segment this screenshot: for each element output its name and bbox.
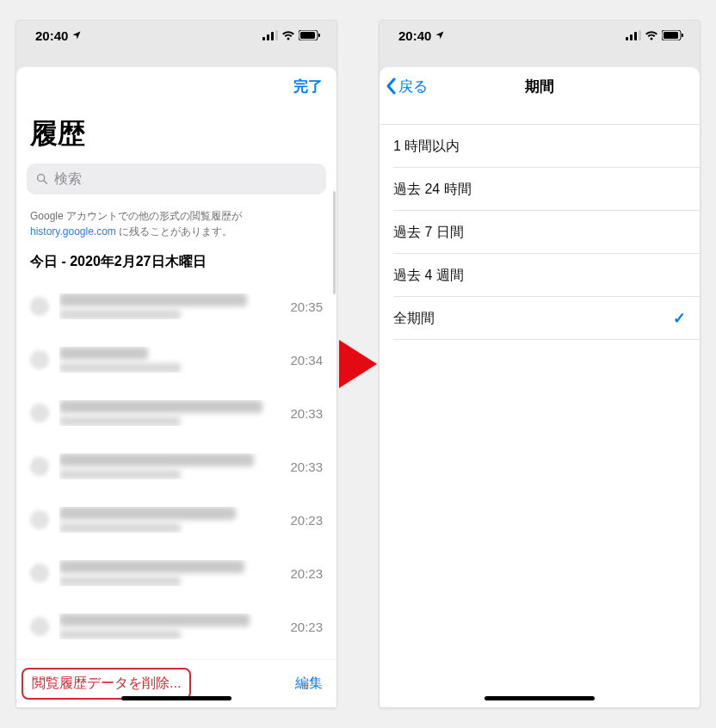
- search-input[interactable]: 検索: [27, 163, 326, 194]
- page-title: 履歴: [16, 105, 336, 160]
- history-item-title: [59, 507, 236, 520]
- history-item-time: 20:35: [290, 299, 323, 314]
- status-time: 20:40: [398, 28, 431, 43]
- history-item[interactable]: 20:23: [16, 600, 336, 653]
- back-button[interactable]: 戻る: [385, 67, 428, 105]
- history-item-title: [59, 293, 247, 306]
- clear-browsing-data-button[interactable]: 閲覧履歴データを削除...: [22, 668, 191, 700]
- svg-rect-0: [262, 37, 265, 40]
- history-sheet: 完了 履歴 検索 Google アカウントでの他の形式の閲覧履歴が histor…: [16, 67, 336, 707]
- account-history-info: Google アカウントでの他の形式の閲覧履歴が history.google.…: [16, 203, 336, 248]
- history-item-time: 20:33: [290, 460, 323, 474]
- option-label: 1 時間以内: [393, 138, 460, 156]
- svg-rect-6: [318, 34, 320, 37]
- sheet-topbar: 完了: [16, 67, 336, 105]
- option-label: 過去 7 日間: [393, 224, 464, 242]
- battery-icon: [662, 30, 684, 40]
- favicon: [30, 510, 49, 529]
- nav-title: 期間: [525, 77, 554, 96]
- svg-marker-9: [339, 340, 377, 388]
- history-item-title: [59, 614, 250, 626]
- edit-button[interactable]: 編集: [295, 675, 323, 693]
- history-item-url: [59, 416, 181, 426]
- time-range-option[interactable]: 過去 24 時間: [380, 168, 700, 211]
- history-item-text: [59, 560, 280, 586]
- history-item-text: [59, 614, 280, 639]
- history-item[interactable]: 20:23: [16, 546, 336, 600]
- history-item[interactable]: 20:33: [16, 440, 336, 493]
- svg-rect-10: [626, 37, 628, 40]
- signal-icon: [262, 30, 278, 40]
- svg-point-7: [38, 175, 45, 182]
- wifi-icon: [281, 30, 295, 40]
- history-list: 20:3520:3420:3320:3320:2320:2320:23: [16, 280, 336, 659]
- history-item-url: [59, 630, 181, 639]
- history-item-text: [59, 453, 280, 479]
- svg-rect-13: [639, 30, 641, 40]
- check-icon: ✓: [673, 309, 686, 328]
- history-item[interactable]: 20:35: [16, 280, 336, 333]
- history-item-time: 20:23: [290, 566, 323, 581]
- time-range-option[interactable]: 1 時間以内: [380, 125, 700, 168]
- history-item-time: 20:34: [290, 353, 323, 367]
- option-label: 過去 24 時間: [393, 181, 472, 199]
- time-range-option[interactable]: 過去 7 日間: [380, 211, 700, 254]
- history-item-url: [59, 577, 181, 586]
- svg-rect-11: [630, 34, 633, 40]
- favicon: [30, 617, 49, 636]
- location-icon: [435, 30, 445, 40]
- history-item-url: [59, 310, 181, 319]
- timerange-sheet: 戻る 期間 1 時間以内過去 24 時間過去 7 日間過去 4 週間全期間✓: [380, 67, 700, 707]
- favicon: [30, 297, 49, 316]
- phone-left-history: 20:40 完了 履歴 検索 Google アカウントでの他の形式の閲覧履歴が: [15, 20, 337, 708]
- nav-bar: 戻る 期間: [380, 67, 700, 105]
- history-item-text: [59, 400, 280, 426]
- wifi-icon: [645, 30, 658, 40]
- history-item-url: [59, 470, 181, 479]
- favicon: [30, 564, 49, 583]
- history-item-title: [59, 453, 254, 466]
- signal-icon: [626, 30, 641, 40]
- favicon: [30, 457, 49, 476]
- time-range-option[interactable]: 過去 4 週間: [380, 254, 700, 297]
- svg-rect-12: [634, 32, 637, 40]
- svg-rect-3: [275, 30, 278, 40]
- svg-rect-15: [664, 32, 678, 39]
- favicon: [30, 350, 49, 369]
- status-bar: 20:40: [380, 21, 700, 50]
- history-item-time: 20:23: [290, 620, 323, 634]
- history-link[interactable]: history.google.com: [30, 225, 116, 238]
- battery-icon: [299, 30, 321, 40]
- search-placeholder: 検索: [54, 170, 82, 188]
- done-button[interactable]: 完了: [293, 77, 323, 96]
- favicon: [30, 404, 49, 423]
- home-indicator[interactable]: [485, 696, 595, 700]
- time-range-options: 1 時間以内過去 24 時間過去 7 日間過去 4 週間全期間✓: [380, 124, 700, 340]
- svg-rect-16: [682, 34, 683, 37]
- history-item[interactable]: 20:33: [16, 386, 336, 440]
- date-header: 今日 - 2020年2月27日木曜日: [16, 248, 336, 280]
- history-item-text: [59, 347, 280, 373]
- history-item[interactable]: 20:23: [16, 493, 336, 546]
- history-item-text: [59, 293, 280, 319]
- history-item[interactable]: 20:34: [16, 333, 336, 386]
- history-item-url: [59, 523, 181, 533]
- status-time: 20:40: [35, 28, 68, 43]
- history-item-text: [59, 507, 280, 533]
- history-item-time: 20:33: [290, 406, 323, 421]
- home-indicator[interactable]: [121, 696, 231, 700]
- search-icon: [35, 172, 49, 186]
- status-bar: 20:40: [16, 21, 336, 50]
- scroll-indicator: [333, 191, 336, 294]
- history-item-title: [59, 347, 148, 360]
- history-item-title: [59, 400, 262, 413]
- history-item-url: [59, 363, 181, 373]
- history-item-time: 20:23: [290, 513, 323, 527]
- location-icon: [71, 30, 82, 40]
- time-range-option[interactable]: 全期間✓: [380, 297, 700, 340]
- option-label: 過去 4 週間: [393, 267, 464, 285]
- chevron-left-icon: [385, 77, 397, 95]
- transition-arrow: [339, 340, 377, 388]
- svg-rect-1: [267, 34, 269, 40]
- svg-line-8: [44, 181, 46, 183]
